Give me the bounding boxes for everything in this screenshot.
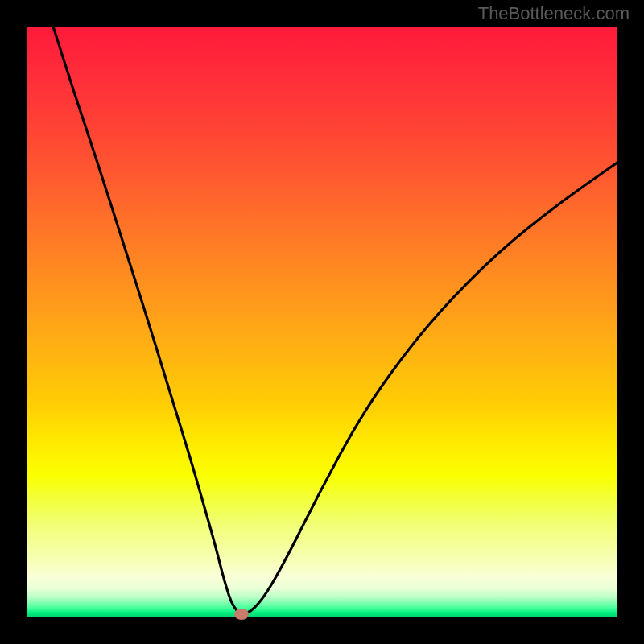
chart-plot-area bbox=[27, 27, 617, 617]
optimal-point-marker bbox=[234, 609, 249, 620]
watermark-text: TheBottleneck.com bbox=[478, 3, 630, 24]
bottleneck-curve-svg bbox=[27, 27, 617, 617]
bottleneck-curve bbox=[53, 27, 617, 613]
